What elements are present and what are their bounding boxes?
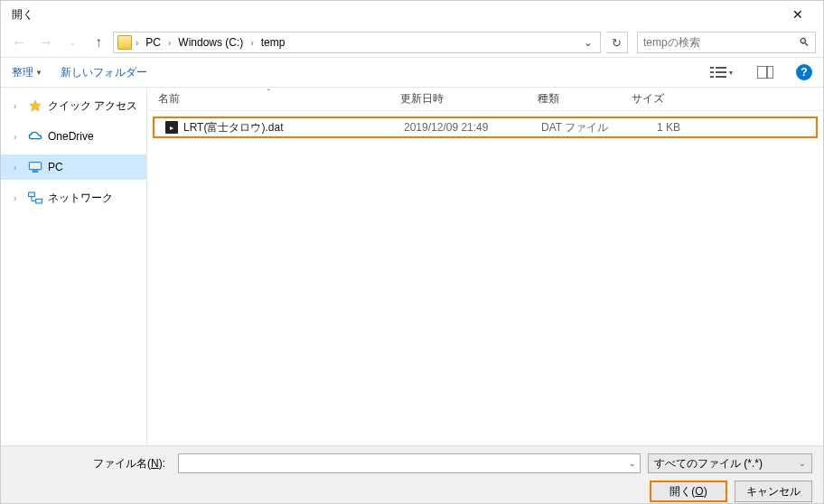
sidebar-item-label: PC (48, 161, 63, 173)
chevron-down-icon[interactable]: ⌄ (629, 459, 636, 468)
svg-rect-4 (710, 76, 714, 78)
pc-icon (28, 160, 42, 174)
recent-dropdown[interactable]: ⌄ (62, 32, 84, 53)
folder-icon (117, 35, 132, 50)
up-button[interactable]: ↑ (89, 33, 108, 51)
button-row: 開く(O) キャンセル (12, 481, 812, 502)
window-title: 開く (8, 7, 780, 23)
navbar: ← → ⌄ ↑ › PC › Windows (C:) › temp ⌄ ↻ 🔍… (1, 28, 823, 57)
svg-rect-1 (716, 67, 726, 69)
filename-row: ファイル名(N): ⌄ すべてのファイル (*.*) ⌄ (12, 453, 812, 473)
column-header-name[interactable]: ⌃ 名前 (147, 91, 389, 107)
svg-rect-11 (29, 192, 35, 197)
chevron-right-icon[interactable]: › (136, 38, 138, 48)
file-list: ▸ LRT(富士タロウ).dat 2019/12/09 21:49 DAT ファ… (147, 111, 823, 445)
cloud-icon (28, 129, 42, 144)
file-date-cell: 2019/12/09 21:49 (393, 121, 530, 134)
expand-icon[interactable]: › (14, 132, 23, 142)
file-size-cell: 1 KB (624, 121, 698, 134)
filename-input[interactable]: ⌄ (178, 453, 641, 473)
filename-label: ファイル名(N): (12, 456, 171, 471)
sidebar-item-quick-access[interactable]: › クイック アクセス (1, 93, 146, 118)
file-pane: ⌃ 名前 更新日時 種類 サイズ ▸ LRT(富士タロウ).dat 2019/1… (147, 88, 823, 445)
organize-button[interactable]: 整理 ▼ (12, 65, 42, 80)
column-header-size[interactable]: サイズ (621, 91, 695, 107)
column-header-date[interactable]: 更新日時 (389, 91, 527, 107)
view-options-button[interactable]: ▼ (709, 62, 735, 82)
svg-rect-0 (710, 67, 714, 69)
chevron-right-icon[interactable]: › (168, 38, 171, 48)
breadcrumb-drive[interactable]: Windows (C:) (174, 36, 247, 49)
search-box[interactable]: 🔍︎ (637, 32, 816, 53)
column-headers: ⌃ 名前 更新日時 種類 サイズ (147, 88, 823, 111)
svg-rect-6 (757, 66, 773, 79)
network-icon (28, 191, 42, 205)
expand-icon[interactable]: › (14, 101, 23, 111)
file-type-cell: DAT ファイル (530, 120, 624, 135)
svg-rect-5 (716, 76, 726, 78)
sidebar-item-label: OneDrive (48, 130, 94, 143)
breadcrumb-folder[interactable]: temp (258, 36, 289, 49)
search-input[interactable] (643, 36, 799, 49)
footer: ファイル名(N): ⌄ すべてのファイル (*.*) ⌄ 開く(O) キャンセル (1, 445, 823, 503)
file-type-filter[interactable]: すべてのファイル (*.*) ⌄ (648, 453, 812, 473)
svg-rect-10 (33, 171, 37, 172)
preview-pane-button[interactable] (753, 62, 778, 82)
open-button[interactable]: 開く(O) (650, 481, 727, 502)
svg-rect-2 (710, 71, 714, 73)
new-folder-button[interactable]: 新しいフォルダー (61, 65, 147, 80)
cancel-button[interactable]: キャンセル (735, 481, 812, 502)
chevron-down-icon[interactable]: ⌄ (799, 459, 806, 468)
dat-file-icon: ▸ (165, 121, 178, 134)
forward-button[interactable]: → (35, 32, 57, 53)
refresh-button[interactable]: ↻ (606, 32, 628, 53)
search-icon[interactable]: 🔍︎ (799, 36, 810, 49)
expand-icon[interactable]: › (14, 193, 23, 203)
address-dropdown[interactable]: ⌄ (580, 36, 596, 49)
back-button[interactable]: ← (8, 32, 30, 53)
svg-rect-9 (29, 163, 41, 170)
titlebar: 開く ✕ (1, 1, 823, 28)
sidebar-item-onedrive[interactable]: › OneDrive (1, 124, 146, 149)
sort-indicator-icon: ⌃ (266, 88, 272, 96)
sidebar-item-network[interactable]: › ネットワーク (1, 185, 146, 210)
body: › クイック アクセス › OneDrive › PC › ネットワーク ⌃ 名… (1, 88, 823, 445)
sidebar: › クイック アクセス › OneDrive › PC › ネットワーク (1, 88, 147, 445)
address-bar[interactable]: › PC › Windows (C:) › temp ⌄ (113, 32, 601, 53)
svg-rect-12 (36, 199, 42, 203)
breadcrumb-pc[interactable]: PC (142, 36, 164, 49)
file-row[interactable]: ▸ LRT(富士タロウ).dat 2019/12/09 21:49 DAT ファ… (153, 117, 818, 138)
column-header-type[interactable]: 種類 (527, 91, 621, 107)
expand-icon[interactable]: › (14, 163, 23, 173)
help-button[interactable]: ? (796, 64, 812, 80)
sidebar-item-pc[interactable]: › PC (1, 154, 146, 180)
svg-marker-8 (30, 100, 41, 111)
star-icon (28, 98, 42, 113)
sidebar-item-label: ネットワーク (48, 191, 113, 206)
toolbar: 整理 ▼ 新しいフォルダー ▼ ? (1, 57, 823, 88)
svg-rect-3 (716, 71, 726, 73)
sidebar-item-label: クイック アクセス (48, 98, 137, 114)
file-name-cell: ▸ LRT(富士タロウ).dat (154, 120, 393, 135)
close-button[interactable]: ✕ (780, 7, 816, 22)
chevron-right-icon[interactable]: › (250, 38, 253, 48)
